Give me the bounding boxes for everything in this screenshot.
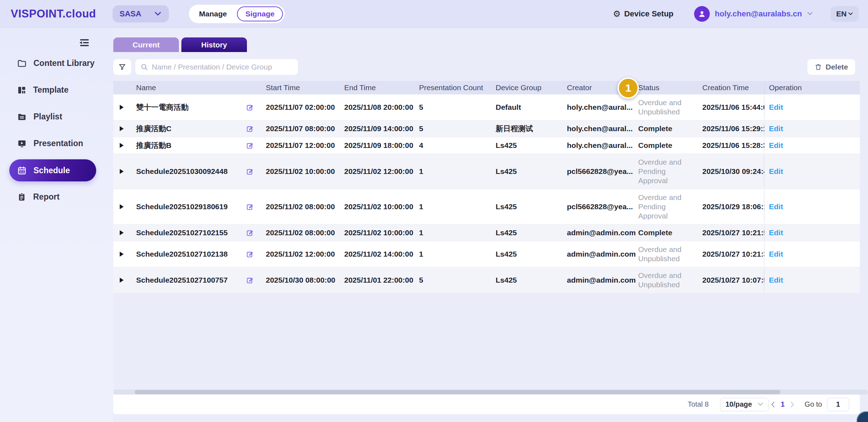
app-root: VISPOINT.cloud SASA Manage Signage ⚙ Dev…: [0, 0, 868, 422]
signage-button[interactable]: Signage: [237, 6, 283, 21]
rename-icon[interactable]: [246, 276, 254, 284]
sidebar-item-label: Report: [33, 192, 60, 202]
sidebar-nav: Content Library Template Playlist: [0, 50, 113, 210]
device-setup-button[interactable]: ⚙ Device Setup: [613, 9, 673, 19]
sidebar-item-report[interactable]: Report: [0, 184, 113, 210]
topbar-right: ⚙ Device Setup holy.chen@auralabs.cn EN: [613, 6, 868, 22]
sidebar-item-content-library[interactable]: Content Library: [0, 50, 113, 77]
row-expand-button[interactable]: [120, 126, 124, 131]
sidebar-collapse-button[interactable]: [79, 38, 91, 48]
row-expand-button[interactable]: [120, 230, 124, 235]
column-header-creation-time: Creation Time: [700, 83, 764, 92]
edit-link[interactable]: Edit: [769, 124, 783, 133]
next-page-button[interactable]: [788, 401, 797, 408]
edit-link[interactable]: Edit: [769, 167, 783, 176]
tab-history[interactable]: History: [181, 37, 247, 52]
horizontal-scrollbar[interactable]: [113, 390, 868, 395]
row-expand-button[interactable]: [120, 278, 124, 283]
rename-icon[interactable]: [246, 168, 254, 175]
status-cell: Complete: [636, 225, 700, 241]
rename-icon[interactable]: [246, 250, 254, 258]
delete-button[interactable]: Delete: [807, 59, 855, 75]
schedule-name: Schedule20251027100757: [130, 272, 246, 288]
edit-link[interactable]: Edit: [769, 276, 783, 285]
schedule-name: 雙十一電商活動: [130, 99, 246, 115]
edit-link[interactable]: Edit: [769, 249, 783, 259]
row-expand-button[interactable]: [120, 169, 124, 174]
edit-link[interactable]: Edit: [769, 141, 783, 150]
sidebar-item-playlist[interactable]: Playlist: [0, 103, 113, 130]
status-text: Overdue and Unpublished: [638, 245, 685, 263]
row-expand-button[interactable]: [120, 105, 124, 110]
sidebar-item-presentation[interactable]: Presentation: [0, 130, 113, 157]
table-row: Schedule20251030092448 2025/11/02 10:00:…: [113, 154, 860, 189]
tab-current[interactable]: Current: [113, 37, 179, 52]
column-header-operation: Operation: [764, 81, 860, 94]
operation-cell: Edit: [764, 241, 860, 267]
rename-cell: [246, 247, 264, 262]
tab-bar: Current History: [113, 37, 247, 52]
start-time-cell: 2025/11/02 08:00:00: [264, 225, 342, 241]
schedule-name: Schedule20251027102155: [130, 225, 246, 241]
page-number-current[interactable]: 1: [781, 400, 785, 408]
table-body: 雙十一電商活動 2025/11/07 02:00:00 2025/11/08 2…: [113, 94, 860, 293]
status-cell: Overdue and Pending Approval: [636, 189, 700, 224]
status-cell: Overdue and Unpublished: [636, 241, 700, 267]
workspace-selector[interactable]: SASA: [113, 5, 169, 22]
sidebar-item-template[interactable]: Template: [0, 77, 113, 103]
operation-cell: Edit: [764, 154, 860, 189]
creator-cell: pcl5662828@yea...: [565, 199, 636, 215]
status-cell: Overdue and Unpublished: [636, 267, 700, 293]
presentation-count-cell: 1: [417, 163, 494, 180]
language-selector[interactable]: EN: [831, 6, 859, 22]
table-toolbar: Delete: [113, 59, 868, 75]
sidebar-item-schedule[interactable]: Schedule: [9, 159, 96, 181]
start-time-cell: 2025/11/07 12:00:00: [264, 137, 342, 154]
end-time-cell: 2025/11/02 10:00:00: [342, 225, 417, 241]
row-expand-button[interactable]: [120, 252, 124, 257]
device-group-cell: Ls425: [494, 272, 565, 288]
filter-button[interactable]: [113, 59, 131, 75]
sidebar-item-label: Schedule: [33, 166, 70, 175]
status-text: Overdue and Pending Approval: [638, 158, 685, 185]
rename-icon[interactable]: [246, 125, 254, 133]
scrollbar-thumb[interactable]: [135, 390, 780, 394]
presentation-count-cell: 4: [417, 137, 494, 154]
rename-icon[interactable]: [246, 141, 254, 149]
prev-page-button[interactable]: [769, 401, 777, 408]
creator-cell: pcl5662828@yea...: [565, 163, 636, 180]
user-menu[interactable]: holy.chen@auralabs.cn: [694, 6, 813, 22]
rename-icon[interactable]: [246, 229, 254, 237]
goto-page-input[interactable]: [827, 398, 849, 411]
device-group-cell: Ls425: [494, 199, 565, 215]
status-text: Overdue and Unpublished: [638, 98, 685, 117]
column-header-presentation-count: Presentation Count: [417, 83, 494, 92]
end-time-cell: 2025/11/02 12:00:00: [342, 163, 417, 180]
edit-link[interactable]: Edit: [769, 103, 783, 112]
end-time-cell: 2025/11/01 22:00:00: [342, 272, 417, 288]
edit-link[interactable]: Edit: [769, 228, 783, 237]
row-expand-button[interactable]: [120, 143, 124, 148]
creation-time-cell: 2025/10/30 09:24:4: [700, 163, 764, 180]
manage-button[interactable]: Manage: [191, 6, 236, 21]
presentation-count-cell: 5: [417, 272, 494, 288]
start-time-cell: 2025/11/07 02:00:00: [264, 99, 342, 115]
table-row: 雙十一電商活動 2025/11/07 02:00:00 2025/11/08 2…: [113, 94, 860, 120]
column-header-end-time: End Time: [342, 83, 417, 92]
chevron-right-icon: [790, 401, 795, 408]
search-input[interactable]: [152, 63, 293, 71]
page-size-value: 10/page: [725, 400, 752, 408]
creator-cell: holy.chen@aural...: [565, 120, 636, 137]
calendar-icon: [17, 166, 27, 175]
main-content: Current History: [113, 28, 868, 422]
rename-icon[interactable]: [246, 103, 254, 111]
user-email: holy.chen@auralabs.cn: [715, 9, 802, 19]
page-size-select[interactable]: 10/page: [720, 398, 769, 411]
trash-icon: [815, 63, 822, 71]
edit-link[interactable]: Edit: [769, 202, 783, 211]
rename-icon[interactable]: [246, 203, 254, 211]
device-setup-label: Device Setup: [624, 9, 673, 19]
end-time-cell: 2025/11/02 10:00:00: [342, 199, 417, 215]
table-row: Schedule20251027100757 2025/10/30 08:00:…: [113, 267, 860, 293]
row-expand-button[interactable]: [120, 204, 124, 209]
